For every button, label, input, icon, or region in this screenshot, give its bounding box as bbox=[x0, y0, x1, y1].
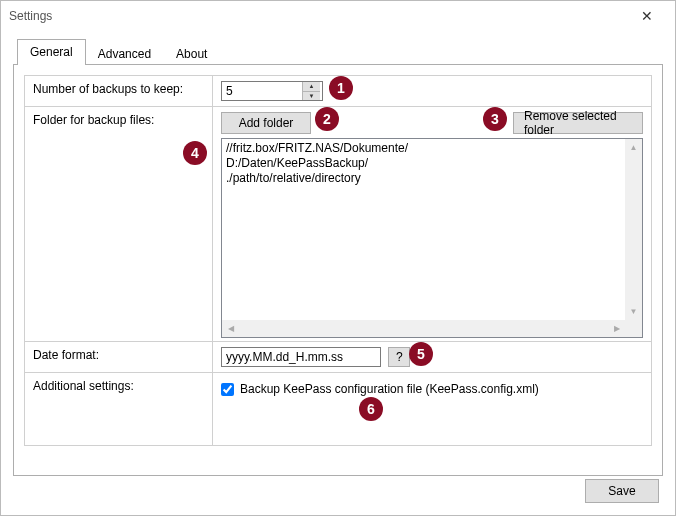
content-area: General Advanced About Number of backups… bbox=[1, 31, 675, 476]
backup-count-stepper[interactable]: ▲ ▼ bbox=[221, 81, 323, 101]
add-folder-button[interactable]: Add folder bbox=[221, 112, 311, 134]
callout-3: 3 bbox=[483, 107, 507, 131]
backup-config-checkbox-row[interactable]: Backup KeePass configuration file (KeePa… bbox=[221, 378, 643, 396]
label-backup-folder: Folder for backup files: bbox=[25, 107, 213, 341]
tab-strip: General Advanced About bbox=[17, 39, 663, 65]
titlebar: Settings ✕ bbox=[1, 1, 675, 31]
close-icon[interactable]: ✕ bbox=[627, 2, 667, 30]
spinner-down-icon[interactable]: ▼ bbox=[303, 92, 320, 101]
row-backup-folder: Folder for backup files: Add folder Remo… bbox=[24, 106, 652, 342]
vertical-scrollbar[interactable]: ▲ ▼ bbox=[625, 139, 642, 320]
callout-4: 4 bbox=[183, 141, 207, 165]
backup-config-label: Backup KeePass configuration file (KeePa… bbox=[240, 382, 539, 396]
spinner-up-icon[interactable]: ▲ bbox=[303, 82, 320, 92]
spinner-buttons: ▲ ▼ bbox=[302, 82, 320, 100]
list-item[interactable]: ./path/to/relative/directory bbox=[226, 171, 638, 186]
backup-count-input[interactable] bbox=[222, 82, 302, 100]
row-additional-settings: Additional settings: Backup KeePass conf… bbox=[24, 372, 652, 446]
window-title: Settings bbox=[9, 9, 627, 23]
remove-folder-button[interactable]: Remove selected folder bbox=[513, 112, 643, 134]
folder-items: //fritz.box/FRITZ.NAS/Dokumente/ D:/Date… bbox=[222, 139, 642, 320]
scroll-corner bbox=[625, 320, 642, 337]
scroll-down-icon[interactable]: ▼ bbox=[625, 303, 642, 320]
tab-general[interactable]: General bbox=[17, 39, 86, 65]
callout-2: 2 bbox=[315, 107, 339, 131]
backup-config-checkbox[interactable] bbox=[221, 383, 234, 396]
list-item[interactable]: D:/Daten/KeePassBackup/ bbox=[226, 156, 638, 171]
horizontal-scrollbar[interactable]: ◀ ▶ bbox=[222, 320, 625, 337]
list-item[interactable]: //fritz.box/FRITZ.NAS/Dokumente/ bbox=[226, 141, 638, 156]
settings-window: Settings ✕ General Advanced About Number… bbox=[0, 0, 676, 516]
label-date-format: Date format: bbox=[25, 342, 213, 372]
tab-panel-general: Number of backups to keep: ▲ ▼ 1 Folder … bbox=[13, 64, 663, 476]
callout-6: 6 bbox=[359, 397, 383, 421]
label-backups-to-keep: Number of backups to keep: bbox=[25, 76, 213, 106]
scroll-up-icon[interactable]: ▲ bbox=[625, 139, 642, 156]
date-format-help-button[interactable]: ? bbox=[388, 347, 410, 367]
row-date-format: Date format: ? 5 bbox=[24, 341, 652, 373]
date-format-input[interactable] bbox=[221, 347, 381, 367]
row-backups-to-keep: Number of backups to keep: ▲ ▼ 1 bbox=[24, 75, 652, 107]
scroll-left-icon[interactable]: ◀ bbox=[222, 320, 239, 337]
save-bar: Save bbox=[585, 479, 659, 503]
callout-5: 5 bbox=[409, 342, 433, 366]
save-button[interactable]: Save bbox=[585, 479, 659, 503]
scroll-right-icon[interactable]: ▶ bbox=[608, 320, 625, 337]
callout-1: 1 bbox=[329, 76, 353, 100]
label-additional-settings: Additional settings: bbox=[25, 373, 213, 445]
folder-listbox[interactable]: //fritz.box/FRITZ.NAS/Dokumente/ D:/Date… bbox=[221, 138, 643, 338]
